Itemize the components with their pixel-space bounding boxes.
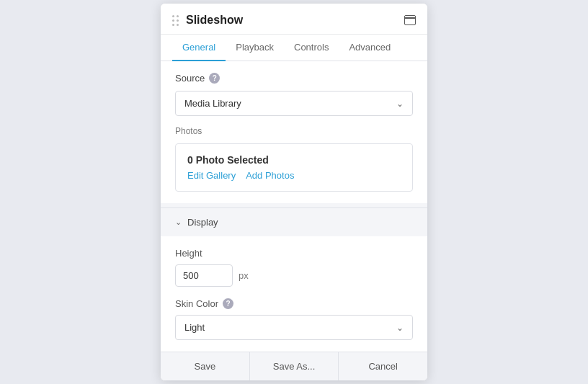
add-photos-link[interactable]: Add Photos bbox=[246, 170, 294, 181]
height-unit: px bbox=[239, 270, 249, 281]
source-label-row: Source ? bbox=[175, 73, 413, 84]
photos-label: Photos bbox=[175, 126, 413, 136]
display-content: Height px Skin Color ? Light ⌄ bbox=[161, 236, 427, 352]
tab-advanced[interactable]: Advanced bbox=[339, 35, 401, 61]
source-help-icon[interactable]: ? bbox=[209, 73, 220, 84]
panel-header: Slideshow bbox=[161, 4, 427, 35]
save-button[interactable]: Save bbox=[161, 352, 250, 380]
source-dropdown-arrow-icon: ⌄ bbox=[396, 99, 404, 109]
source-section: Source ? Media Library ⌄ Photos 0 Photo … bbox=[161, 61, 427, 203]
skin-color-help-icon[interactable]: ? bbox=[223, 298, 233, 309]
photos-section: Photos 0 Photo Selected Edit Gallery Add… bbox=[175, 126, 413, 192]
source-dropdown-value: Media Library bbox=[184, 98, 241, 109]
panel-footer: Save Save As... Cancel bbox=[161, 352, 427, 380]
display-chevron-icon: ⌄ bbox=[175, 218, 182, 227]
tab-general[interactable]: General bbox=[172, 35, 226, 61]
display-toggle-label: Display bbox=[187, 217, 218, 228]
source-dropdown[interactable]: Media Library ⌄ bbox=[175, 91, 413, 116]
window-icon[interactable] bbox=[404, 15, 416, 25]
drag-handle bbox=[172, 15, 179, 26]
display-toggle[interactable]: ⌄ Display bbox=[161, 207, 427, 236]
cancel-button[interactable]: Cancel bbox=[339, 352, 427, 380]
tab-playback[interactable]: Playback bbox=[226, 35, 284, 61]
height-input-group: px bbox=[175, 264, 413, 287]
skin-color-label-row: Skin Color ? bbox=[175, 298, 413, 309]
photos-count: 0 Photo Selected bbox=[187, 154, 401, 166]
panel-header-left: Slideshow bbox=[172, 14, 243, 27]
panel-title: Slideshow bbox=[186, 14, 243, 27]
tab-bar: General Playback Controls Advanced bbox=[161, 35, 427, 61]
height-label: Height bbox=[175, 248, 413, 259]
skin-color-dropdown-arrow-icon: ⌄ bbox=[396, 323, 404, 333]
save-as-button[interactable]: Save As... bbox=[250, 352, 339, 380]
skin-color-dropdown-value: Light bbox=[184, 322, 205, 333]
slideshow-panel: Slideshow General Playback Controls Adva… bbox=[161, 4, 427, 380]
photos-box: 0 Photo Selected Edit Gallery Add Photos bbox=[175, 143, 413, 192]
photos-links: Edit Gallery Add Photos bbox=[187, 170, 401, 181]
height-input[interactable] bbox=[175, 264, 233, 287]
tab-controls[interactable]: Controls bbox=[284, 35, 339, 61]
panel-content: Source ? Media Library ⌄ Photos 0 Photo … bbox=[161, 61, 427, 352]
source-label: Source bbox=[175, 73, 205, 84]
edit-gallery-link[interactable]: Edit Gallery bbox=[187, 170, 236, 181]
skin-color-dropdown[interactable]: Light ⌄ bbox=[175, 315, 413, 340]
skin-color-label: Skin Color bbox=[175, 298, 218, 309]
